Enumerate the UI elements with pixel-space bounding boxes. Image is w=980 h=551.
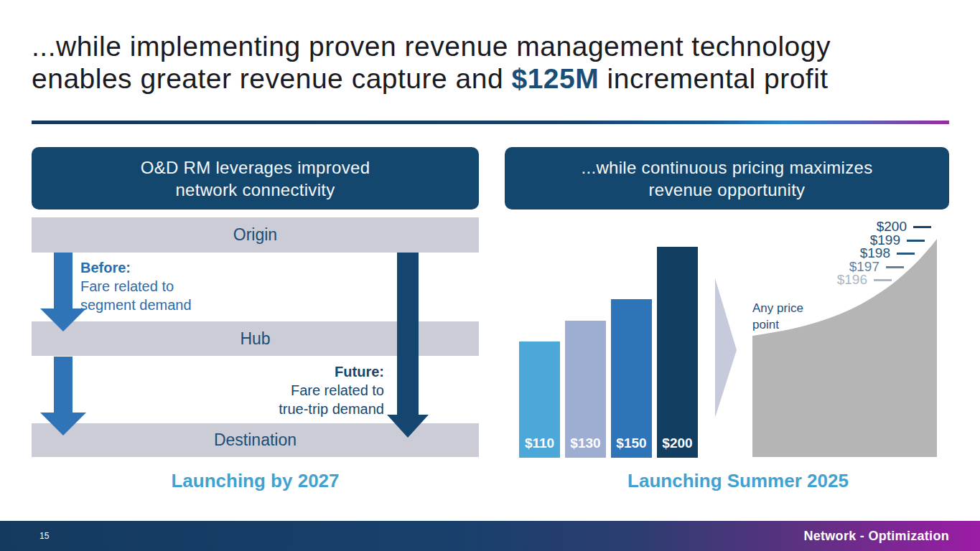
price-bar-chart: $110 $130 $150 $200: [519, 247, 698, 458]
future-annotation: Future: Fare related to true-trip demand: [169, 362, 384, 418]
tick-dash-icon: [907, 240, 925, 242]
slide-title: ...while implementing proven revenue man…: [32, 30, 831, 95]
bar-130: $130: [565, 321, 606, 458]
bar-value-label: $200: [662, 435, 692, 458]
slide-title-line2: enables greater revenue capture and $125…: [32, 62, 831, 95]
before-heading: Before:: [80, 258, 192, 277]
right-panel-header-line2: revenue opportunity: [649, 179, 806, 201]
future-line1: Fare related to: [169, 381, 384, 400]
slide-title-line1: ...while implementing proven revenue man…: [32, 30, 831, 62]
left-panel-header-line1: O&D RM leverages improved: [141, 156, 370, 179]
before-annotation: Before: Fare related to segment demand: [80, 258, 192, 314]
footer-bar: 15 Network - Optimization: [0, 521, 980, 551]
highlight-value: $125M: [511, 63, 599, 94]
bar-value-label: $110: [525, 435, 554, 458]
future-heading: Future:: [169, 362, 384, 381]
annotation-line1: Any price: [752, 300, 803, 316]
left-launch-label: Launching by 2027: [32, 470, 479, 492]
bar-110: $110: [519, 342, 560, 458]
footer-section-label: Network - Optimization: [803, 529, 949, 544]
price-tick-label: $196: [837, 272, 867, 288]
down-arrow-navy-icon: [387, 253, 429, 441]
future-line2: true-trip demand: [169, 400, 384, 418]
tick-dash-icon: [886, 266, 904, 268]
node-origin: Origin: [32, 217, 479, 253]
bar-value-label: $130: [570, 435, 600, 458]
right-panel-header: ...while continuous pricing maximizes re…: [505, 147, 949, 209]
presentation-slide: ...while implementing proven revenue man…: [0, 0, 980, 551]
down-arrow-icon: [40, 357, 86, 438]
before-line2: segment demand: [80, 296, 192, 314]
left-panel-header-line2: network connectivity: [175, 179, 335, 201]
price-tick: $196: [837, 272, 892, 288]
right-panel-header-line1: ...while continuous pricing maximizes: [582, 156, 873, 179]
left-panel-header: O&D RM leverages improved network connec…: [32, 147, 479, 209]
right-launch-label: Launching Summer 2025: [515, 470, 961, 492]
bar-200: $200: [657, 247, 698, 458]
page-number: 15: [39, 531, 49, 541]
tick-dash-icon: [874, 279, 892, 281]
annotation-line2: point: [752, 316, 803, 333]
before-line1: Fare related to: [80, 277, 192, 296]
any-price-point-annotation: Any price point: [752, 300, 803, 333]
tick-dash-icon: [913, 226, 931, 228]
down-arrow-icon: [40, 253, 86, 334]
flow-right-arrow-icon: [715, 278, 737, 420]
bar-value-label: $150: [616, 435, 646, 458]
bar-150: $150: [611, 299, 652, 458]
gradient-divider: [32, 121, 949, 124]
tick-dash-icon: [897, 253, 915, 255]
